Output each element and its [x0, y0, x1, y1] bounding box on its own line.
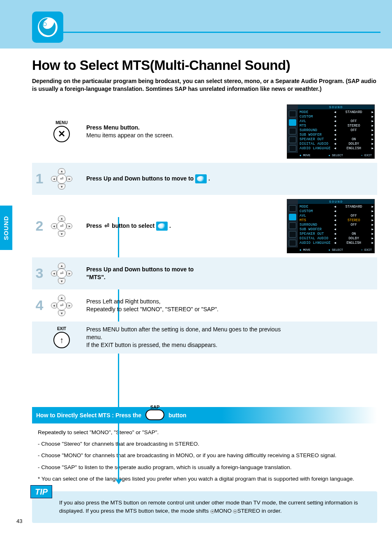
note-0: Repeatedly to select "MONO", "Stereo" or… [38, 428, 375, 437]
osd-panel-2: SOUND MODE◀STANDARD▶ CUSTOM◀ ▶ AVL◀OFF▶ … [287, 199, 375, 253]
tip-mono: MONO [214, 508, 233, 514]
sound-chip-icon [156, 222, 168, 231]
step-3: 3 ▴▾◂▸⏎ Press Up and Down buttons to mov… [32, 257, 377, 289]
tip-flag: TIP [30, 486, 52, 498]
step-menu: MENU ✕ Press Menu button. Menu items app… [32, 100, 377, 163]
step-1: 1 ▴▾◂▸⏎ Press Up and Down buttons to mov… [32, 163, 377, 195]
section-tab-label: SOUND [3, 215, 10, 240]
note-3: - Choose "SAP" to listen to the seperate… [38, 463, 375, 472]
lr-arrows-icon [233, 509, 237, 514]
direct-text-2: button [168, 412, 187, 419]
step-number: 2 [32, 199, 47, 253]
intro-text: Depending on the particaular program bei… [32, 77, 377, 93]
dpad-icon: ▴▾◂▸⏎ [51, 295, 72, 316]
sound-chip-icon [195, 174, 207, 183]
step2-t1: Press [86, 222, 104, 229]
enter-icon: ⏎ [104, 222, 109, 230]
sap-label: SAP [150, 405, 160, 409]
step-number: 3 [32, 261, 47, 285]
step1-text: Press Up and Down buttons to move to [86, 175, 194, 181]
tip-t1: If you also press the MTS button on remo… [59, 500, 358, 514]
note-4: * You can select one of the languages li… [38, 475, 375, 483]
sap-button-icon: ▶▶ [145, 409, 164, 420]
step4-t2: Repeatedly to select "MONO", "STEREO" or… [86, 305, 284, 313]
menu-button-label: MENU [55, 120, 67, 125]
step4-t1: Press Left and Right buttons, [86, 298, 284, 305]
direct-select-bar: How to Directly Select MTS : Press the S… [32, 407, 377, 423]
step0-line1: Press Menu button. [86, 124, 140, 131]
sound-icon [32, 12, 63, 43]
step2-t2: button to select [110, 222, 154, 229]
notes-block: Repeatedly to select "MONO", "Stereo" or… [32, 423, 377, 483]
dpad-icon: ▴▾◂▸⏎ [51, 263, 72, 284]
step3-t1: Press Up and Down buttons to move to [86, 266, 284, 273]
dpad-icon: ▴▾◂▸⏎ [51, 215, 72, 237]
osd-panel-1: SOUND MODE◀STANDARD▶ CUSTOM◀ ▶ AVL◀OFF▶ … [287, 104, 375, 159]
step-4: 4 ▴▾◂▸⏎ Press Left and Right buttons, Re… [32, 289, 377, 322]
step-number: 4 [32, 294, 47, 317]
note-1: - Choose "Stereo" for channels that are … [38, 440, 375, 448]
step3-t2: "MTS". [86, 273, 284, 281]
direct-text-1: How to Directly Select MTS : Press the [36, 412, 141, 419]
exit-button-label: EXIT [57, 326, 66, 331]
tip-stereo: STEREO [237, 508, 260, 514]
dpad-icon: ▴▾◂▸⏎ [51, 168, 72, 190]
header-rule [62, 32, 380, 33]
section-tab-sound: SOUND [0, 206, 12, 250]
menu-button-icon: ✕ [53, 126, 70, 142]
exit-button-icon: ↑ [53, 332, 70, 348]
exit-t1: Press MENU button after the setting is d… [86, 326, 284, 341]
tip-box: TIP If you also press the MTS button on … [32, 491, 377, 523]
step-number: 1 [32, 167, 47, 191]
exit-t2: If the EXIT button is pressed, the menu … [86, 341, 284, 349]
svg-point-2 [43, 23, 46, 26]
note-2: - Choose "MONO" for channels that are br… [38, 451, 375, 460]
page-title: How to Select MTS(Multi-Channel Sound) [32, 58, 377, 73]
header-band [0, 0, 392, 49]
step0-line2: Menu items appear on the screen. [86, 132, 284, 139]
page-number: 43 [16, 518, 22, 524]
tip-t2: in order. [262, 508, 282, 514]
lr-arrows-icon [210, 509, 214, 514]
step-exit: EXIT ↑ Press MENU button after the setti… [32, 322, 377, 354]
step-2: 2 ▴▾◂▸⏎ Press ⏎ button to select . SOUND [32, 195, 377, 257]
